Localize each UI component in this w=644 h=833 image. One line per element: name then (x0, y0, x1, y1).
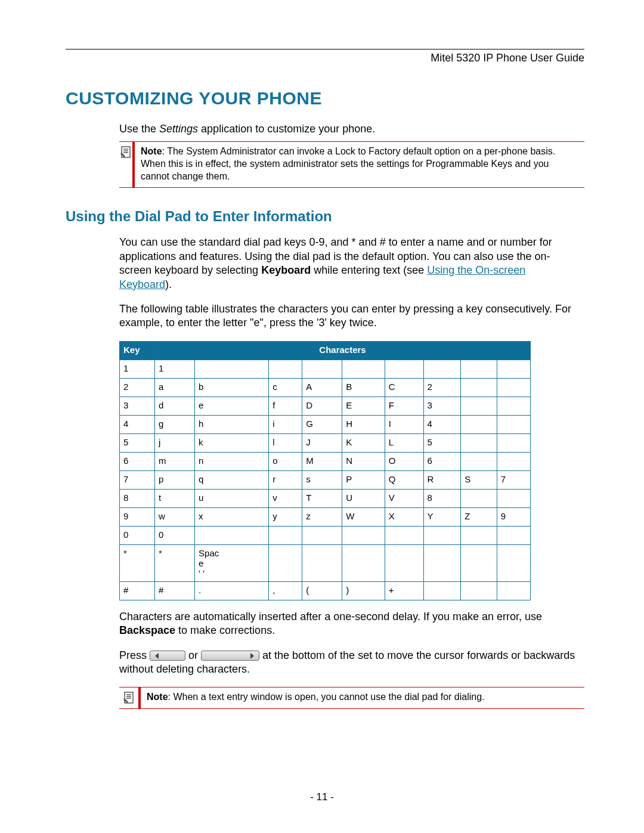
char-cell: S (461, 470, 497, 489)
char-cell (302, 544, 342, 581)
char-cell: . (195, 581, 269, 600)
char-cell: * (155, 544, 195, 581)
paragraph-4: Press or at the bottom of the set to mov… (119, 649, 578, 677)
char-cell: s (302, 470, 342, 489)
char-cell (497, 415, 530, 433)
key-cell: 3 (120, 397, 155, 415)
char-cell: 2 (423, 378, 461, 397)
char-cell: C (385, 378, 423, 397)
char-cell: r (269, 470, 302, 489)
char-cell: J (302, 433, 342, 452)
char-cell: F (385, 397, 423, 415)
p1-c: ). (165, 278, 172, 290)
char-cell (461, 544, 497, 581)
page-number: - 11 - (0, 791, 644, 803)
char-cell: Q (385, 470, 423, 489)
key-cell: * (120, 544, 155, 581)
char-cell (461, 452, 497, 470)
char-cell (497, 360, 530, 378)
table-row: 11 (120, 360, 531, 378)
char-cell: q (195, 470, 269, 489)
char-cell: e (195, 397, 269, 415)
char-cell (195, 360, 269, 378)
char-cell: x (195, 507, 269, 526)
char-cell: u (195, 489, 269, 507)
char-cell (423, 544, 461, 581)
char-cell: E (342, 397, 385, 415)
char-cell: I (385, 415, 423, 433)
p3-a: Characters are automatically inserted af… (119, 611, 542, 623)
table-row: 4ghiGHI4 (120, 415, 531, 433)
char-cell: A (302, 378, 342, 397)
key-cell: 5 (120, 433, 155, 452)
paragraph-1: You can use the standard dial pad keys 0… (119, 236, 578, 292)
note-icon (122, 691, 135, 704)
char-cell: 9 (497, 507, 530, 526)
char-cell: n (195, 452, 269, 470)
char-cell (461, 581, 497, 600)
char-cell (461, 433, 497, 452)
char-cell: U (342, 489, 385, 507)
th-key: Key (120, 341, 155, 360)
p4-b: or (185, 649, 201, 661)
char-cell (497, 433, 530, 452)
char-cell (385, 360, 423, 378)
char-cell: 1 (155, 360, 195, 378)
char-cell: g (155, 415, 195, 433)
char-cell (269, 526, 302, 544)
char-cell (269, 544, 302, 581)
note-box-2: Note: When a text entry window is open, … (119, 687, 584, 709)
char-cell (423, 581, 461, 600)
key-cell: # (120, 581, 155, 600)
char-cell: Spac e ' ' (195, 544, 269, 581)
intro-paragraph: Use the Settings application to customiz… (119, 123, 584, 135)
char-cell (461, 378, 497, 397)
char-cell: G (302, 415, 342, 433)
char-cell: H (342, 415, 385, 433)
char-cell: O (385, 452, 423, 470)
note-box-1: Note: The System Administrator can invok… (119, 141, 584, 188)
key-cell: 6 (120, 452, 155, 470)
nav-left-icon (150, 651, 185, 661)
key-cell: 0 (120, 526, 155, 544)
table-row: 6mnoMNO6 (120, 452, 531, 470)
key-cell: 7 (120, 470, 155, 489)
table-row: 3defDEF3 (120, 397, 531, 415)
char-cell (342, 360, 385, 378)
char-cell (269, 360, 302, 378)
key-cell: 1 (120, 360, 155, 378)
char-cell (461, 360, 497, 378)
paragraph-3: Characters are automatically inserted af… (119, 610, 578, 638)
char-cell: 6 (423, 452, 461, 470)
table-row: 7pqrsPQRS7 (120, 470, 531, 489)
nav-right-icon (201, 651, 259, 661)
char-cell (461, 489, 497, 507)
p3-bold: Backspace (119, 624, 175, 636)
table-row: 2abcABC2 (120, 378, 531, 397)
char-cell (423, 360, 461, 378)
note-icon-cell (119, 142, 135, 187)
th-characters: Characters (155, 341, 531, 360)
note2-body: : When a text entry window is open, you … (168, 692, 485, 702)
char-cell: 5 (423, 433, 461, 452)
key-cell: 8 (120, 489, 155, 507)
table-row: 9wxyzWXYZ9 (120, 507, 531, 526)
char-cell: M (302, 452, 342, 470)
char-cell: T (302, 489, 342, 507)
note2-label: Note (147, 692, 168, 702)
char-cell: 8 (423, 489, 461, 507)
char-cell: i (269, 415, 302, 433)
char-cell: j (155, 433, 195, 452)
header-rule (66, 49, 584, 49)
char-cell: v (269, 489, 302, 507)
char-cell: m (155, 452, 195, 470)
char-cell: y (269, 507, 302, 526)
p3-b: to make corrections. (175, 624, 275, 636)
char-cell: ) (342, 581, 385, 600)
char-cell: W (342, 507, 385, 526)
intro-pre: Use the (119, 123, 159, 135)
char-cell (423, 526, 461, 544)
char-cell: 4 (423, 415, 461, 433)
char-cell: X (385, 507, 423, 526)
char-cell: # (155, 581, 195, 600)
